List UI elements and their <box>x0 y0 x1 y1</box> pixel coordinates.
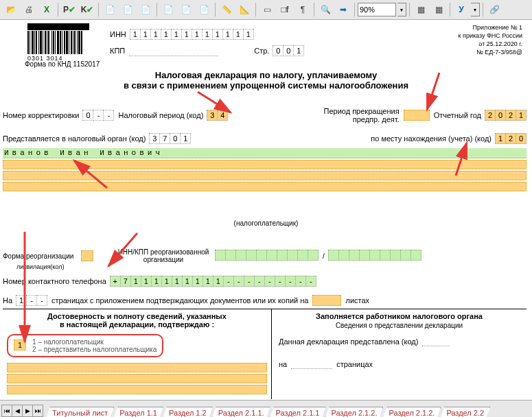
k-check-icon[interactable]: K✔ <box>79 1 95 18</box>
god-label: Отчетный год <box>434 111 481 119</box>
declarer-block: 1 1 – налогоплательщик 2 – представитель… <box>7 334 163 357</box>
title-line1: Налоговая декларация по налогу, уплачива… <box>0 70 532 80</box>
zoom-dropdown[interactable]: ▼ <box>397 3 406 16</box>
link-icon[interactable]: 🔗 <box>486 1 502 18</box>
fio-line2[interactable] <box>3 160 527 169</box>
ruler-icon[interactable]: 📏 <box>218 1 235 18</box>
u-icon[interactable]: У <box>453 1 470 18</box>
rect-icon[interactable]: ▭ <box>259 1 275 18</box>
open-icon[interactable]: 📂 <box>3 1 19 18</box>
form-knd: Форма по КНД 1152017 <box>25 60 100 68</box>
mesto-label: по месту нахождения (учета) (код) <box>371 134 491 143</box>
reorg-code[interactable] <box>81 250 93 261</box>
font-icon[interactable]: □f <box>277 1 293 18</box>
tab-0[interactable]: Титульный лист <box>46 407 114 417</box>
date-line: от 25.12.2020 г. <box>459 40 522 48</box>
tab-7[interactable]: Раздел 2.2 <box>440 407 490 417</box>
tab-3[interactable]: Раздел 2.1.1. <box>212 407 270 417</box>
tab-6[interactable]: Раздел 2.1.2. <box>382 407 441 417</box>
tab-next-icon[interactable]: ▶ <box>23 405 33 416</box>
phone-cells[interactable]: +7111111111--------- <box>111 276 316 287</box>
likvid-label: ликвилация(кол) <box>16 263 527 270</box>
rbox-t1: Заполняется работником налогового органа <box>279 312 520 320</box>
reorg-sep: / <box>323 252 325 260</box>
fio-line4[interactable] <box>3 182 527 191</box>
grid2-icon[interactable]: ▦ <box>430 1 447 18</box>
inn-label: ИНН <box>110 30 126 38</box>
barcode: 0301 3014 <box>27 23 89 62</box>
korr-cells[interactable]: 0-- <box>83 110 114 121</box>
term-label2: предпр. деят. <box>324 115 400 123</box>
tab-1[interactable]: Раздел 1.1 <box>113 407 163 417</box>
doc6-icon[interactable]: 📄 <box>196 1 212 18</box>
lbox-t2: в настоящей декларации, подтверждаю : <box>7 320 267 329</box>
period-cells[interactable]: 34 <box>207 110 228 121</box>
doc2-icon[interactable]: 📄 <box>119 1 136 18</box>
lbox-t1: Достоверность и полноту сведений, указан… <box>7 312 267 320</box>
document-area: Приложение № 1 к приказу ФНС России от 2… <box>0 21 532 399</box>
pages-l3: листах <box>345 296 369 305</box>
kpp-label: КПП <box>110 47 125 55</box>
organ-label: Представляется в налоговый орган (код) <box>3 134 146 143</box>
tab-4[interactable]: Раздел 2.1.1 <box>270 407 326 417</box>
zoom-input[interactable] <box>358 3 396 16</box>
tab-last-icon[interactable]: ⏭ <box>33 405 43 416</box>
print-icon[interactable]: 🖨 <box>21 1 37 18</box>
top-right-note: Приложение № 1 к приказу ФНС России от 2… <box>459 23 522 56</box>
pilcrow-icon[interactable]: ¶ <box>294 1 311 18</box>
pages-cells[interactable]: 1-- <box>16 295 47 306</box>
period-label: Налоговый период (код) <box>118 111 203 119</box>
excel-icon[interactable]: X <box>38 1 55 18</box>
num-line: № ЕД-7-3/958@ <box>459 48 522 56</box>
next-icon[interactable]: ➡ <box>335 1 351 18</box>
str-cells: 001 <box>273 45 304 56</box>
order-line: к приказу ФНС России <box>459 32 522 40</box>
fio-line3[interactable] <box>3 171 527 180</box>
rbox-t2: Сведения о представлении декларации <box>279 322 520 329</box>
declarer-code[interactable]: 1 <box>14 339 26 350</box>
p-check-icon[interactable]: P✔ <box>61 1 78 18</box>
tab-nav[interactable]: ⏮ ◀ ▶ ⏭ <box>1 405 43 417</box>
phone-label: Номер контактного телефона <box>3 277 106 285</box>
reorg-mid1: ИНН/КПП реорганизованной <box>115 248 211 256</box>
att-pages-field[interactable] <box>312 295 341 306</box>
korr-label: Номер корректировки <box>3 111 79 119</box>
sheet-tabs: ⏮ ◀ ▶ ⏭ Титульный листРаздел 1.1Раздел 1… <box>0 400 532 417</box>
rbox-l2: на <box>279 360 287 368</box>
god-cells[interactable]: 2021 <box>485 110 527 121</box>
tab-prev-icon[interactable]: ◀ <box>12 405 23 416</box>
appendix-line: Приложение № 1 <box>459 23 522 32</box>
inn-cells[interactable]: 111111111111 <box>130 29 254 40</box>
str-label: Стр. <box>254 47 269 55</box>
doc5-icon[interactable]: 📄 <box>178 1 194 18</box>
tab-first-icon[interactable]: ⏮ <box>2 405 12 416</box>
rbox-pages <box>291 359 332 369</box>
doc4-icon[interactable]: 📄 <box>160 1 176 18</box>
lbox-line3[interactable] <box>7 385 267 394</box>
lbox-line2[interactable] <box>7 374 267 383</box>
ruler2-icon[interactable]: 📐 <box>236 1 253 18</box>
toolbar: 📂 🖨 X P✔ K✔ 📄 📄 📄 📄 📄 📄 📏 📐 ▭ □f ¶ 🔍 ➡ ▼… <box>0 0 532 20</box>
reorg-inn[interactable] <box>216 250 319 262</box>
fio-field[interactable]: Иванов Иван Иванович <box>3 148 527 158</box>
reorg-label: Форма реорганизации <box>3 252 77 260</box>
doc3-icon[interactable]: 📄 <box>137 1 154 18</box>
reorg-mid2: организации <box>115 256 211 263</box>
mesto-cells[interactable]: 120 <box>496 133 527 144</box>
rbox-l1: Данная декларация представлена (код) <box>279 337 418 346</box>
kpp-field[interactable] <box>129 46 218 56</box>
opt1: 1 – налогоплательщик <box>32 338 157 346</box>
term-label1: Период прекращения <box>324 107 400 115</box>
lbox-line1[interactable] <box>7 363 267 372</box>
term-field[interactable] <box>404 110 430 121</box>
u-dropdown[interactable]: ▼ <box>471 3 480 16</box>
rbox-l3: страницах <box>336 360 373 368</box>
title-line2: в связи с применением упрощенной системы… <box>0 80 532 91</box>
organ-cells[interactable]: 3701 <box>150 133 191 144</box>
doc-icon[interactable]: 📄 <box>102 1 118 18</box>
grid1-icon[interactable]: ▦ <box>413 1 429 18</box>
tab-2[interactable]: Раздел 1.2 <box>163 407 213 417</box>
tab-5[interactable]: Раздел 2.1.2. <box>325 407 384 417</box>
reorg-kpp[interactable] <box>329 250 421 262</box>
search-icon[interactable]: 🔍 <box>317 1 334 18</box>
